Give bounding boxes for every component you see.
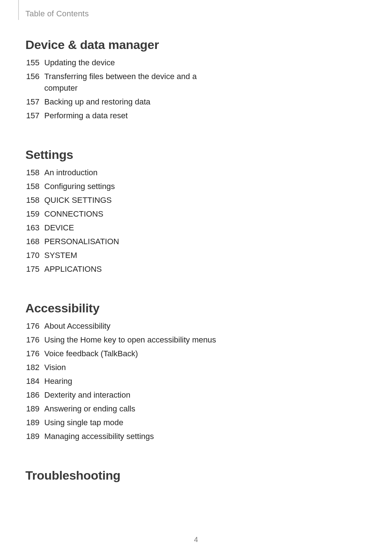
toc-item[interactable]: 157 Performing a data reset <box>25 110 229 122</box>
section-title[interactable]: Settings <box>25 148 229 162</box>
toc-item-text: Transferring files between the device an… <box>44 71 229 94</box>
toc-item[interactable]: 182 Vision <box>25 362 229 373</box>
toc-item[interactable]: 189 Using single tap mode <box>25 417 229 428</box>
toc-item-text: Performing a data reset <box>44 110 229 122</box>
toc-page-number: 168 <box>25 236 44 247</box>
header-label: Table of Contents <box>25 9 89 19</box>
toc-item[interactable]: 175 APPLICATIONS <box>25 263 229 275</box>
toc-page-number: 176 <box>25 320 44 332</box>
toc-item-text: Configuring settings <box>44 181 229 192</box>
page: Table of Contents Device & data manager … <box>0 0 392 554</box>
toc-page-number: 184 <box>25 376 44 387</box>
toc-item-text: Answering or ending calls <box>44 403 229 415</box>
toc-item[interactable]: 158 QUICK SETTINGS <box>25 194 229 206</box>
toc-item[interactable]: 159 CONNECTIONS <box>25 208 229 220</box>
toc-content-column: Device & data manager 155 Updating the d… <box>25 9 229 483</box>
toc-page-number: 182 <box>25 362 44 373</box>
toc-item[interactable]: 176 About Accessibility <box>25 320 229 332</box>
toc-item-text: APPLICATIONS <box>44 263 229 275</box>
toc-item-text: DEVICE <box>44 222 229 234</box>
toc-item-text: Hearing <box>44 376 229 387</box>
toc-item-text: CONNECTIONS <box>44 208 229 220</box>
toc-item[interactable]: 184 Hearing <box>25 376 229 387</box>
toc-item[interactable]: 158 An introduction <box>25 167 229 178</box>
toc-item[interactable]: 156 Transferring files between the devic… <box>25 71 229 94</box>
toc-list: 158 An introduction 158 Configuring sett… <box>25 167 229 275</box>
toc-item-text: PERSONALISATION <box>44 236 229 247</box>
toc-page-number: 155 <box>25 57 44 69</box>
toc-item-text: SYSTEM <box>44 250 229 261</box>
section-title[interactable]: Troubleshooting <box>25 468 229 483</box>
toc-item-text: Managing accessibility settings <box>44 431 229 442</box>
toc-page-number: 176 <box>25 348 44 360</box>
toc-item[interactable]: 189 Answering or ending calls <box>25 403 229 415</box>
toc-page-number: 157 <box>25 96 44 108</box>
toc-item[interactable]: 186 Dexterity and interaction <box>25 389 229 401</box>
toc-item-text: QUICK SETTINGS <box>44 194 229 206</box>
toc-item[interactable]: 163 DEVICE <box>25 222 229 234</box>
toc-item-text: Using single tap mode <box>44 417 229 428</box>
toc-page-number: 189 <box>25 403 44 415</box>
toc-page-number: 163 <box>25 222 44 234</box>
section-title[interactable]: Device & data manager <box>25 38 229 52</box>
toc-item-text: About Accessibility <box>44 320 229 332</box>
toc-list: 155 Updating the device 156 Transferring… <box>25 57 229 122</box>
toc-page-number: 158 <box>25 181 44 192</box>
toc-item[interactable]: 157 Backing up and restoring data <box>25 96 229 108</box>
section-title[interactable]: Accessibility <box>25 301 229 315</box>
toc-item-text: Using the Home key to open accessibility… <box>44 334 229 346</box>
toc-item[interactable]: 168 PERSONALISATION <box>25 236 229 247</box>
page-number: 4 <box>0 535 392 544</box>
toc-page-number: 159 <box>25 208 44 220</box>
toc-page-number: 189 <box>25 417 44 428</box>
toc-item[interactable]: 176 Voice feedback (TalkBack) <box>25 348 229 360</box>
toc-section-troubleshooting: Troubleshooting <box>25 468 229 483</box>
toc-page-number: 158 <box>25 167 44 178</box>
toc-page-number: 189 <box>25 431 44 442</box>
header-crop-mark: Table of Contents <box>18 0 89 20</box>
toc-item[interactable]: 158 Configuring settings <box>25 181 229 192</box>
toc-item-text: Voice feedback (TalkBack) <box>44 348 229 360</box>
toc-section-settings: Settings 158 An introduction 158 Configu… <box>25 148 229 275</box>
toc-item[interactable]: 170 SYSTEM <box>25 250 229 261</box>
toc-item[interactable]: 155 Updating the device <box>25 57 229 69</box>
toc-page-number: 158 <box>25 194 44 206</box>
toc-page-number: 175 <box>25 263 44 275</box>
toc-page-number: 157 <box>25 110 44 122</box>
toc-page-number: 186 <box>25 389 44 401</box>
toc-section-accessibility: Accessibility 176 About Accessibility 17… <box>25 301 229 442</box>
toc-item[interactable]: 176 Using the Home key to open accessibi… <box>25 334 229 346</box>
toc-item-text: Dexterity and interaction <box>44 389 229 401</box>
toc-list: 176 About Accessibility 176 Using the Ho… <box>25 320 229 442</box>
toc-item-text: An introduction <box>44 167 229 178</box>
toc-section-device-data-manager: Device & data manager 155 Updating the d… <box>25 38 229 122</box>
toc-page-number: 156 <box>25 71 44 82</box>
toc-item-text: Updating the device <box>44 57 229 69</box>
toc-page-number: 170 <box>25 250 44 261</box>
toc-item[interactable]: 189 Managing accessibility settings <box>25 431 229 442</box>
toc-item-text: Backing up and restoring data <box>44 96 229 108</box>
toc-item-text: Vision <box>44 362 229 373</box>
toc-page-number: 176 <box>25 334 44 346</box>
